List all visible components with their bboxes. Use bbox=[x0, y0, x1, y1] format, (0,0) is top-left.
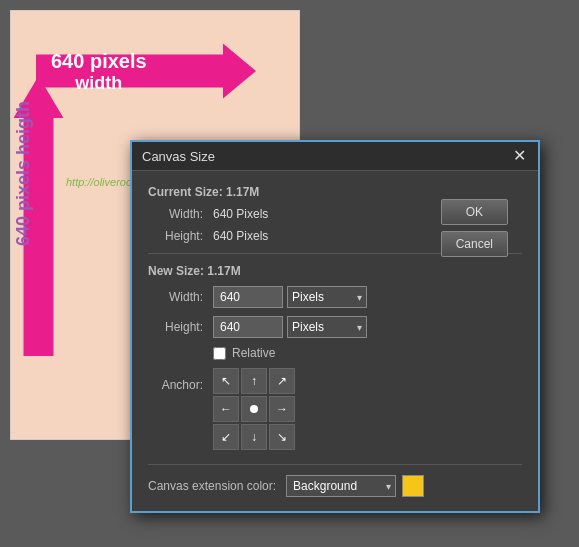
cancel-button[interactable]: Cancel bbox=[441, 231, 508, 257]
new-height-row: Height: Pixels Percent Inches bbox=[148, 316, 522, 338]
new-width-unit-select[interactable]: Pixels Percent Inches bbox=[287, 286, 367, 308]
relative-label: Relative bbox=[232, 346, 275, 360]
arrow-up-text: 640 pixels heigth bbox=[13, 101, 34, 246]
current-size-label: Current Size: 1.17M bbox=[148, 185, 522, 199]
arrow-right-text: 640 pixels width bbox=[51, 49, 147, 95]
new-height-unit-wrapper: Pixels Percent Inches bbox=[287, 316, 367, 338]
extension-select-wrapper: Background Foreground White Black Gray O… bbox=[286, 475, 396, 497]
current-height-label: Height: bbox=[148, 229, 203, 243]
new-width-input[interactable] bbox=[213, 286, 283, 308]
anchor-arrow-tr: ↗ bbox=[277, 375, 287, 387]
anchor-arrow-tl: ↖ bbox=[221, 375, 231, 387]
extension-color-label: Canvas extension color: bbox=[148, 479, 276, 493]
canvas-size-dialog: Canvas Size ✕ Current Size: 1.17M Width:… bbox=[130, 140, 540, 513]
dialog-close-button[interactable]: ✕ bbox=[511, 148, 528, 164]
new-height-unit-select[interactable]: Pixels Percent Inches bbox=[287, 316, 367, 338]
anchor-cell-tc[interactable]: ↑ bbox=[241, 368, 267, 394]
ok-button[interactable]: OK bbox=[441, 199, 508, 225]
dialog-titlebar: Canvas Size ✕ bbox=[132, 142, 538, 171]
anchor-arrow-br: ↘ bbox=[277, 431, 287, 443]
new-size-label: New Size: 1.17M bbox=[148, 264, 522, 278]
anchor-arrow-bc: ↓ bbox=[251, 431, 257, 443]
relative-row: Relative bbox=[213, 346, 522, 360]
dialog-body: Current Size: 1.17M Width: 640 Pixels He… bbox=[132, 171, 538, 511]
color-swatch[interactable] bbox=[402, 475, 424, 497]
anchor-arrow-ml: ← bbox=[220, 403, 232, 415]
anchor-arrow-mr: → bbox=[276, 403, 288, 415]
relative-checkbox[interactable] bbox=[213, 347, 226, 360]
anchor-cell-mc[interactable] bbox=[241, 396, 267, 422]
arrow-right: 640 pixels width bbox=[31, 41, 261, 101]
extension-color-select[interactable]: Background Foreground White Black Gray O… bbox=[286, 475, 396, 497]
anchor-section: Anchor: ↖ ↑ ↗ ← → ↙ ↓ ↘ bbox=[148, 368, 522, 450]
dialog-content: Current Size: 1.17M Width: 640 Pixels He… bbox=[148, 185, 522, 497]
anchor-cell-tr[interactable]: ↗ bbox=[269, 368, 295, 394]
new-width-label: Width: bbox=[148, 290, 203, 304]
current-width-value: 640 Pixels bbox=[213, 207, 268, 221]
arrow-up: 640 pixels heigth bbox=[11, 71, 66, 361]
dialog-title: Canvas Size bbox=[142, 149, 215, 164]
new-height-label: Height: bbox=[148, 320, 203, 334]
anchor-grid: ↖ ↑ ↗ ← → ↙ ↓ ↘ bbox=[213, 368, 295, 450]
current-height-value: 640 Pixels bbox=[213, 229, 268, 243]
anchor-arrow-bl: ↙ bbox=[221, 431, 231, 443]
new-width-row: Width: Pixels Percent Inches bbox=[148, 286, 522, 308]
anchor-arrow-tc: ↑ bbox=[251, 375, 257, 387]
anchor-cell-br[interactable]: ↘ bbox=[269, 424, 295, 450]
anchor-cell-mr[interactable]: → bbox=[269, 396, 295, 422]
anchor-dot bbox=[250, 405, 258, 413]
dialog-buttons: OK Cancel bbox=[441, 199, 508, 257]
current-width-label: Width: bbox=[148, 207, 203, 221]
anchor-cell-bc[interactable]: ↓ bbox=[241, 424, 267, 450]
anchor-cell-bl[interactable]: ↙ bbox=[213, 424, 239, 450]
anchor-cell-ml[interactable]: ← bbox=[213, 396, 239, 422]
anchor-cell-tl[interactable]: ↖ bbox=[213, 368, 239, 394]
anchor-label: Anchor: bbox=[148, 368, 203, 392]
new-width-unit-wrapper: Pixels Percent Inches bbox=[287, 286, 367, 308]
extension-color-row: Canvas extension color: Background Foreg… bbox=[148, 464, 522, 497]
new-height-input[interactable] bbox=[213, 316, 283, 338]
